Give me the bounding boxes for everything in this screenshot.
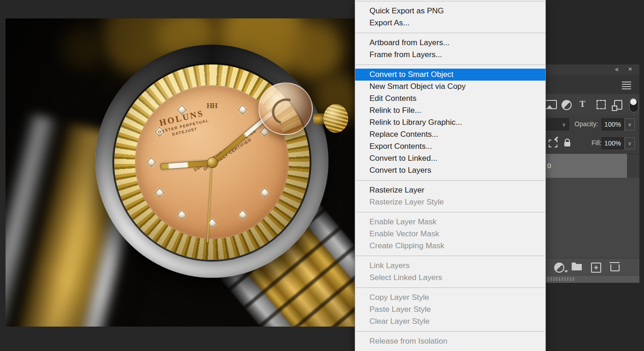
collapse-panel-button[interactable]: « <box>615 65 618 73</box>
menu-item-enable-layer-mask: Enable Layer Mask <box>355 216 545 228</box>
layer-filter-row: T <box>546 94 639 116</box>
opacity-dropdown-button[interactable]: ∨ <box>625 118 635 130</box>
menu-item-create-clipping-mask: Create Clipping Mask <box>355 240 545 252</box>
menu-item-enable-vector-mask: Enable Vector Mask <box>355 228 545 240</box>
menu-separator <box>356 331 545 332</box>
panel-bottom-strip <box>546 275 639 283</box>
menu-separator <box>356 1 545 1</box>
menu-item-artboard-from-layers[interactable]: Artboard from Layers... <box>355 37 545 49</box>
menu-item-link-layers: Link Layers <box>355 260 545 272</box>
filter-smart-objects-icon[interactable] <box>614 100 622 110</box>
menu-item-release-from-isolation: Release from Isolation <box>355 335 545 347</box>
filter-shape-layers-icon[interactable] <box>597 100 606 109</box>
filter-pixel-layers-icon[interactable] <box>546 100 557 109</box>
magnified-date-mark <box>268 94 304 129</box>
panel-menu-icon[interactable] <box>622 84 631 85</box>
watch-photo-canvas: HH HOLUNS OYSTER PERPETUAL DATEJUST SUPE… <box>6 18 355 327</box>
close-panel-button[interactable]: × <box>628 65 632 73</box>
watch-crown <box>323 104 348 133</box>
menu-item-convert-to-linked[interactable]: Convert to Linked... <box>355 152 545 164</box>
menu-separator <box>356 287 545 288</box>
menu-item-convert-to-smart-object[interactable]: Convert to Smart Object <box>355 69 545 81</box>
panel-tab-bar <box>546 75 639 94</box>
new-adjustment-layer-button[interactable] <box>554 263 564 273</box>
bokeh-circle <box>287 23 342 78</box>
filter-adjustment-layers-icon[interactable] <box>562 100 572 110</box>
menu-item-rasterize-layer[interactable]: Rasterize Layer <box>355 184 545 196</box>
new-group-button[interactable] <box>572 264 582 270</box>
layer-name: 0 <box>546 162 551 170</box>
fill-value[interactable]: 100% <box>602 137 624 149</box>
menu-item-select-linked-layers: Select Linked Layers <box>355 272 545 284</box>
menu-item-new-smart-object-via-copy[interactable]: New Smart Object via Copy <box>355 81 545 93</box>
menu-item-export-contents[interactable]: Export Contents... <box>355 140 545 152</box>
fill-label: Fill: <box>591 139 602 146</box>
menu-item-paste-layer-style: Paste Layer Style <box>355 304 545 316</box>
layers-panel: « × T ∨ Opacity: 100% ∨ Fill: 100% ∨ 0 + <box>546 64 639 283</box>
menu-separator <box>356 64 545 65</box>
menu-item-clear-layer-style: Clear Layer Style <box>355 316 545 328</box>
menu-item-convert-to-layers[interactable]: Convert to Layers <box>355 164 545 176</box>
selected-layer-row[interactable]: 0 <box>546 154 627 178</box>
menu-item-replace-contents[interactable]: Replace Contents... <box>355 129 545 140</box>
menu-separator <box>356 256 545 256</box>
opacity-label: Opacity: <box>574 120 598 128</box>
chevron-down-icon: ∨ <box>562 119 566 130</box>
filter-type-layers-icon[interactable]: T <box>580 99 585 109</box>
opacity-value[interactable]: 100% <box>602 118 624 130</box>
layer-filter-toggle[interactable] <box>629 98 638 112</box>
menu-separator <box>356 212 545 212</box>
panel-header: « × <box>546 64 639 75</box>
menu-item-quick-export-as-png[interactable]: Quick Export as PNG <box>355 5 545 17</box>
layer-context-menu: Quick Export as PNG Export As... Artboar… <box>355 0 546 351</box>
new-layer-button[interactable]: + <box>591 263 601 273</box>
fill-dropdown-button[interactable]: ∨ <box>625 137 635 149</box>
menu-item-relink-to-file[interactable]: Relink to File... <box>355 105 545 117</box>
menu-item-edit-contents[interactable]: Edit Contents <box>355 93 545 105</box>
menu-item-export-as[interactable]: Export As... <box>355 17 545 29</box>
menu-item-copy-layer-style: Copy Layer Style <box>355 292 545 304</box>
menu-item-frame-from-layers[interactable]: Frame from Layers... <box>355 49 545 61</box>
hands-center-cap <box>207 157 218 168</box>
blend-mode-dropdown[interactable]: ∨ <box>546 118 569 130</box>
menu-separator <box>356 33 545 33</box>
caret-down-icon <box>564 270 568 273</box>
panel-actions-bar: + <box>546 258 639 275</box>
lock-options-row: Fill: 100% ∨ <box>546 134 639 154</box>
lock-all-icon[interactable] <box>564 142 570 146</box>
cyclops-date-lens <box>258 82 313 135</box>
menu-item-relink-to-library-graphic[interactable]: Relink to Library Graphic... <box>355 117 545 129</box>
delete-layer-button[interactable] <box>610 264 620 271</box>
bokeh-circle <box>61 28 102 69</box>
lock-transform-icon[interactable] <box>549 140 557 147</box>
menu-item-rasterize-layer-style: Rasterize Layer Style <box>355 196 545 208</box>
menu-separator <box>356 180 545 181</box>
resize-grip[interactable] <box>548 277 574 281</box>
layers-list <box>546 178 639 258</box>
blend-options-row: ∨ Opacity: 100% ∨ <box>546 115 639 134</box>
